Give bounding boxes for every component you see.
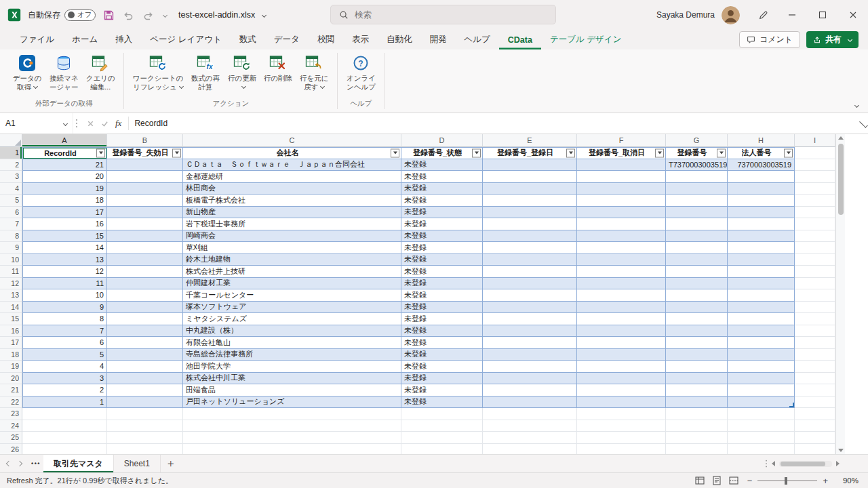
cell-C20[interactable]: 株式会社中川工業 bbox=[183, 373, 401, 385]
cell-A26[interactable] bbox=[22, 444, 107, 455]
cell-B22[interactable] bbox=[107, 396, 183, 409]
row-header-7[interactable]: 7 bbox=[0, 218, 22, 230]
cell-B13[interactable] bbox=[107, 289, 183, 302]
document-title[interactable]: test-excel-addin.xlsx bbox=[178, 10, 266, 20]
cell-G22[interactable] bbox=[666, 396, 728, 409]
cell-E23[interactable] bbox=[483, 408, 577, 420]
row-header-26[interactable]: 26 bbox=[0, 444, 22, 455]
cell-E26[interactable] bbox=[483, 444, 577, 455]
cell-B8[interactable] bbox=[107, 230, 183, 243]
cell-H12[interactable] bbox=[728, 278, 795, 290]
cell-C17[interactable]: 有限会社亀山 bbox=[183, 337, 401, 349]
share-button[interactable]: 共有 bbox=[806, 31, 859, 48]
cell-D19[interactable]: 未登録 bbox=[401, 361, 483, 373]
cell-C9[interactable]: 草刈組 bbox=[183, 242, 401, 254]
cell-C3[interactable]: 金都運総研 bbox=[183, 171, 401, 183]
cell-B26[interactable] bbox=[107, 444, 183, 455]
ribbon-tab-ページ レイアウト[interactable]: ページ レイアウト bbox=[141, 30, 231, 49]
cell-F26[interactable] bbox=[577, 444, 666, 455]
cell-D17[interactable]: 未登録 bbox=[401, 337, 483, 349]
cell-I9[interactable] bbox=[795, 242, 835, 254]
cell-B21[interactable] bbox=[107, 384, 183, 396]
cell-I12[interactable] bbox=[795, 278, 835, 290]
cell-E10[interactable] bbox=[483, 254, 577, 266]
cell-G14[interactable] bbox=[666, 302, 728, 314]
cell-G24[interactable] bbox=[666, 420, 728, 432]
maximize-button[interactable] bbox=[807, 0, 837, 30]
ribbon-tab-CData[interactable]: CData bbox=[499, 30, 541, 49]
cell-D6[interactable]: 未登録 bbox=[401, 207, 483, 219]
next-sheet-arrow-icon[interactable] bbox=[17, 461, 22, 466]
ribbon-button-get-data[interactable]: データの取得 bbox=[9, 52, 45, 93]
ribbon-tab-ホーム[interactable]: ホーム bbox=[63, 30, 106, 49]
cell-F16[interactable] bbox=[577, 325, 666, 338]
cell-E20[interactable] bbox=[483, 373, 577, 385]
cell-C23[interactable] bbox=[183, 408, 401, 420]
cell-I5[interactable] bbox=[795, 195, 835, 207]
cell-A22[interactable]: 1 bbox=[22, 396, 107, 409]
cell-D18[interactable]: 未登録 bbox=[401, 349, 483, 361]
cell-B6[interactable] bbox=[107, 207, 183, 219]
ribbon-tab-ヘルプ[interactable]: ヘルプ bbox=[455, 30, 498, 49]
cell-B7[interactable] bbox=[107, 218, 183, 230]
ribbon-button-update-rows[interactable]: 行の更新 bbox=[224, 52, 260, 93]
cell-G20[interactable] bbox=[666, 373, 728, 385]
cell-E3[interactable] bbox=[483, 171, 577, 183]
cell-I18[interactable] bbox=[795, 349, 835, 361]
cell-B16[interactable] bbox=[107, 325, 183, 338]
column-header-I[interactable]: I bbox=[795, 134, 835, 147]
expand-formula-bar-chevron-icon[interactable] bbox=[859, 119, 868, 128]
cell-C25[interactable] bbox=[183, 432, 401, 444]
cell-E24[interactable] bbox=[483, 420, 577, 432]
page-layout-view-icon[interactable] bbox=[712, 476, 722, 485]
cell-I22[interactable] bbox=[795, 396, 835, 409]
filter-button[interactable] bbox=[717, 148, 726, 157]
cell-A2[interactable]: 21 bbox=[22, 159, 107, 171]
ribbon-button-query-edit[interactable]: クエリの編集... bbox=[83, 52, 118, 93]
cell-E16[interactable] bbox=[483, 325, 577, 338]
cell-F10[interactable] bbox=[577, 254, 666, 266]
cell-D24[interactable] bbox=[401, 420, 483, 432]
column-header-B[interactable]: B bbox=[107, 134, 183, 147]
cell-H1[interactable]: 法人番号 bbox=[728, 147, 795, 159]
cell-I20[interactable] bbox=[795, 373, 835, 385]
row-header-20[interactable]: 20 bbox=[0, 373, 22, 385]
cell-D2[interactable]: 未登録 bbox=[401, 159, 483, 171]
cell-F25[interactable] bbox=[577, 432, 666, 444]
cell-H14[interactable] bbox=[728, 302, 795, 314]
cell-B15[interactable] bbox=[107, 313, 183, 325]
cell-G17[interactable] bbox=[666, 337, 728, 349]
cell-B4[interactable] bbox=[107, 183, 183, 195]
cell-D10[interactable]: 未登録 bbox=[401, 254, 483, 266]
cell-C16[interactable]: 中丸建設（株） bbox=[183, 325, 401, 338]
cell-G1[interactable]: 登録番号 bbox=[666, 147, 728, 159]
cell-D14[interactable]: 未登録 bbox=[401, 302, 483, 314]
row-header-2[interactable]: 2 bbox=[0, 159, 22, 171]
cell-F4[interactable] bbox=[577, 183, 666, 195]
cell-A14[interactable]: 9 bbox=[22, 302, 107, 314]
cell-B2[interactable] bbox=[107, 159, 183, 171]
cell-A9[interactable]: 14 bbox=[22, 242, 107, 254]
cell-C4[interactable]: 林田商会 bbox=[183, 183, 401, 195]
cell-G13[interactable] bbox=[666, 289, 728, 302]
cell-G10[interactable] bbox=[666, 254, 728, 266]
row-header-8[interactable]: 8 bbox=[0, 230, 22, 243]
scroll-right-arrow-icon[interactable] bbox=[836, 461, 840, 466]
scroll-down-arrow-icon[interactable] bbox=[838, 449, 844, 452]
row-header-6[interactable]: 6 bbox=[0, 207, 22, 219]
cell-B5[interactable] bbox=[107, 195, 183, 207]
cell-F15[interactable] bbox=[577, 313, 666, 325]
redo-button[interactable] bbox=[141, 8, 155, 22]
row-header-19[interactable]: 19 bbox=[0, 361, 22, 373]
cell-E11[interactable] bbox=[483, 266, 577, 278]
cell-A15[interactable]: 8 bbox=[22, 313, 107, 325]
sheet-tab-Sheet1[interactable]: Sheet1 bbox=[114, 455, 161, 472]
cell-H24[interactable] bbox=[728, 420, 795, 432]
row-header-22[interactable]: 22 bbox=[0, 396, 22, 409]
cell-D22[interactable]: 未登録 bbox=[401, 396, 483, 409]
cell-F6[interactable] bbox=[577, 207, 666, 219]
search-input[interactable] bbox=[355, 10, 531, 20]
cell-F19[interactable] bbox=[577, 361, 666, 373]
cell-C26[interactable] bbox=[183, 444, 401, 455]
cell-E13[interactable] bbox=[483, 289, 577, 302]
